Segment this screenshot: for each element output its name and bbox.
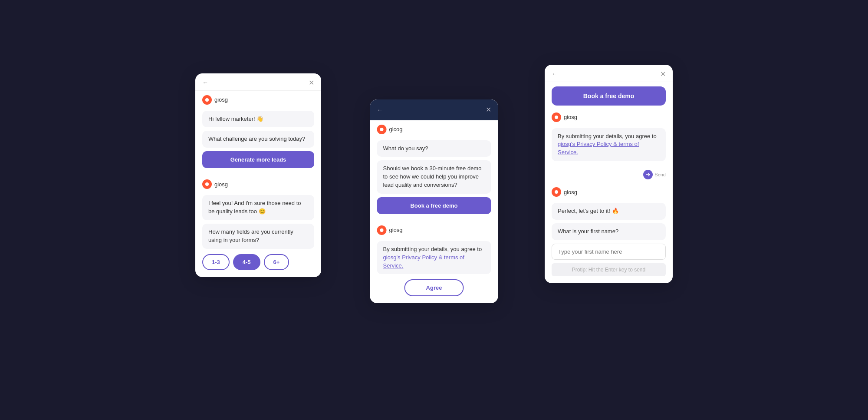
privacy-bubble-right: By submitting your details, you agree to… xyxy=(552,128,666,162)
back-arrow-right[interactable]: ← xyxy=(552,70,558,77)
card-right-header: ← ✕ xyxy=(545,65,673,82)
privacy-text-center: By submitting your details, you agree to xyxy=(383,246,482,252)
close-btn-right[interactable]: ✕ xyxy=(660,70,666,78)
choice-1-3[interactable]: 1-3 xyxy=(202,254,230,270)
message-bubble-left-4: How many fields are you currently using … xyxy=(202,224,314,249)
send-label-right: Send xyxy=(654,172,666,177)
first-name-input[interactable] xyxy=(552,244,666,260)
card-left-header: ← ✕ xyxy=(195,73,321,91)
brand-icon-right-1 xyxy=(552,112,561,122)
generate-leads-button[interactable]: Generate more leads xyxy=(202,151,314,168)
message-bubble-center-1: What do you say? xyxy=(377,140,491,157)
brand-icon-center-1 xyxy=(377,125,387,134)
brand-row-left-2: giosg xyxy=(195,175,321,192)
book-demo-button-right[interactable]: Book a free demo xyxy=(552,86,666,106)
send-icon-right[interactable] xyxy=(643,170,653,179)
chat-card-center: ← ✕ gicog What do you say? Should we boo… xyxy=(370,99,498,304)
privacy-text-right: By submitting your details, you agree to xyxy=(558,133,657,139)
chat-body-left-2: I feel you! And i'm sure those need to b… xyxy=(195,192,321,277)
close-btn-center[interactable]: ✕ xyxy=(486,106,491,114)
brand-name-right-1: giosg xyxy=(564,114,577,120)
hint-text-right: Protip: Hit the Enter key to send xyxy=(552,263,666,276)
brand-name-left-1: giosg xyxy=(214,96,228,103)
privacy-link-center[interactable]: giosg's Privacy Policy & terms of Servic… xyxy=(383,254,464,269)
chat-body-center: What do you say? Should we book a 30-min… xyxy=(370,137,498,221)
chat-body-right-2: Perfect, let's get to it! 🔥 What is your… xyxy=(545,199,673,283)
back-arrow-center[interactable]: ← xyxy=(377,106,383,113)
back-arrow-left[interactable]: ← xyxy=(202,79,208,86)
brand-name-center-2: giosg xyxy=(389,227,403,233)
message-bubble-right-1: Perfect, let's get to it! 🔥 xyxy=(552,203,666,220)
center-dark-band: ← ✕ xyxy=(370,99,498,120)
brand-row-right-1: giosg xyxy=(545,108,673,125)
brand-row-left-1: giosg xyxy=(195,91,321,107)
book-demo-button-center[interactable]: Book a free demo xyxy=(377,197,491,214)
chat-body-left: Hi fellow marketer! 👋 What challenge are… xyxy=(195,107,321,175)
message-bubble-right-2: What is your first name? xyxy=(552,223,666,240)
chat-card-left: ← ✕ giosg Hi fellow marketer! 👋 What cha… xyxy=(195,73,321,277)
nav-left: ← xyxy=(202,79,208,86)
message-bubble-left-3: I feel you! And i'm sure those need to b… xyxy=(202,195,314,220)
privacy-bubble-center: By submitting your details, you agree to… xyxy=(377,241,491,274)
brand-row-right-2: giosg xyxy=(545,183,673,199)
agree-button[interactable]: Agree xyxy=(404,279,464,296)
close-btn-left[interactable]: ✕ xyxy=(309,79,314,87)
brand-name-left-2: giosg xyxy=(214,181,228,188)
scene: ← ✕ giosg Hi fellow marketer! 👋 What cha… xyxy=(195,47,673,373)
choices-row-left: 1-3 4-5 6+ xyxy=(202,254,314,270)
brand-row-center-1: gicog xyxy=(370,120,498,137)
choice-6plus[interactable]: 6+ xyxy=(264,254,289,270)
chat-body-center-2: By submitting your details, you agree to… xyxy=(370,238,498,304)
privacy-link-right[interactable]: giosg's Privacy Policy & terms of Servic… xyxy=(558,141,639,155)
brand-icon-left-2 xyxy=(202,179,212,189)
nav-right: ← xyxy=(552,70,558,77)
brand-name-right-2: giosg xyxy=(564,189,577,195)
brand-icon-right-2 xyxy=(552,187,561,197)
brand-icon-left-1 xyxy=(202,95,212,105)
chat-body-right-1: By submitting your details, you agree to… xyxy=(545,125,673,169)
message-bubble-left-1: Hi fellow marketer! 👋 xyxy=(202,111,314,128)
brand-row-center-2: giosg xyxy=(370,221,498,238)
send-row-right: Send xyxy=(545,168,673,183)
center-band-inner: ← ✕ xyxy=(377,106,491,114)
message-bubble-center-2: Should we book a 30-minute free demo to … xyxy=(377,160,491,194)
message-bubble-left-2: What challenge are you solving today? xyxy=(202,131,314,148)
brand-name-center-1: gicog xyxy=(389,126,403,132)
brand-icon-center-2 xyxy=(377,225,387,235)
chat-card-right: ← ✕ Book a free demo giosg By submitting… xyxy=(545,65,673,283)
choice-4-5[interactable]: 4-5 xyxy=(233,254,260,270)
